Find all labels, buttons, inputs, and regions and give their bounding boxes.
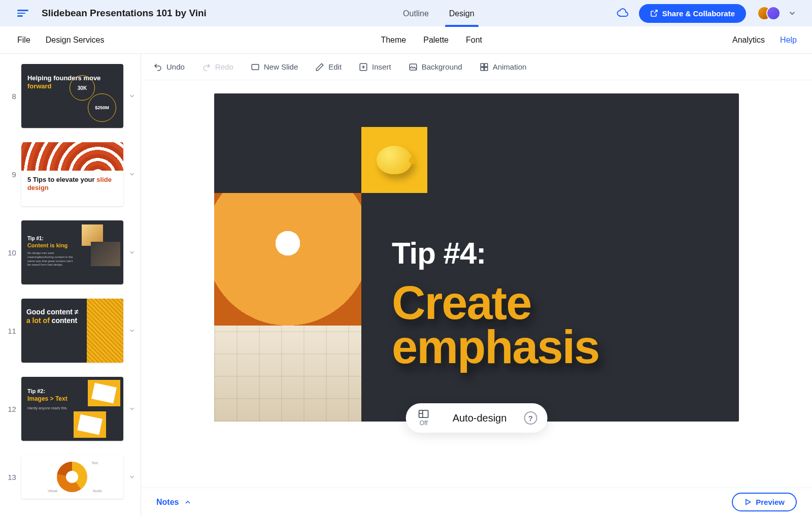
slide-thumb-8[interactable]: 8 Helping founders move forward 30K $250… — [5, 64, 136, 128]
undo-button[interactable]: Undo — [153, 62, 185, 72]
edit-button[interactable]: Edit — [315, 62, 342, 72]
preview-button[interactable]: Preview — [732, 493, 797, 511]
slide-text: Tip #4: Createemphasis — [392, 236, 599, 370]
slide-number: 13 — [5, 473, 16, 481]
canvas-area: Undo Redo New Slide Edit Insert Backgrou… — [141, 54, 812, 516]
auto-design-off[interactable]: Off — [409, 406, 438, 430]
grid-icon — [480, 62, 489, 72]
insert-button[interactable]: Insert — [359, 62, 391, 72]
slide-icon — [251, 62, 260, 72]
menu-help[interactable]: Help — [780, 36, 797, 45]
chevron-down-icon[interactable] — [128, 171, 136, 178]
view-tabs: Outline Design — [403, 2, 475, 25]
slide-thumb-9[interactable]: 9 5 Tips to elevate your slide design — [5, 142, 136, 206]
plus-square-icon — [359, 62, 368, 72]
svg-rect-3 — [481, 63, 484, 67]
auto-design-button[interactable]: Auto-design — [438, 407, 521, 429]
chevron-down-icon[interactable] — [128, 327, 136, 334]
slide-number: 11 — [5, 327, 16, 335]
menu-icon[interactable] — [17, 10, 28, 17]
pencil-icon — [315, 62, 324, 72]
slide-number: 10 — [5, 248, 16, 257]
chevron-down-icon[interactable] — [128, 473, 136, 480]
menu-font[interactable]: Font — [466, 36, 482, 45]
help-icon[interactable]: ? — [524, 411, 537, 425]
slide-toolbar: Undo Redo New Slide Edit Insert Backgrou… — [141, 54, 812, 80]
chevron-down-icon[interactable] — [128, 249, 136, 256]
share-button[interactable]: Share & Collaborate — [639, 4, 746, 23]
chevron-down-icon[interactable] — [128, 92, 136, 100]
slide-thumb-10[interactable]: 10 Tip #1: Content is king No design can… — [5, 220, 136, 284]
image-icon — [409, 62, 418, 72]
menu-analytics[interactable]: Analytics — [732, 36, 765, 45]
svg-rect-5 — [481, 67, 484, 70]
chevron-down-icon[interactable] — [128, 405, 136, 412]
slide-heading: Tip #4: — [392, 236, 599, 271]
external-link-icon — [650, 9, 658, 17]
play-icon — [744, 498, 752, 506]
bottom-bar: Notes Preview — [141, 488, 812, 516]
menu-theme[interactable]: Theme — [381, 36, 406, 45]
notes-button[interactable]: Notes — [156, 498, 192, 507]
slide-thumb-13[interactable]: 13 Text Visual Audio — [5, 455, 136, 499]
new-slide-button[interactable]: New Slide — [251, 62, 298, 72]
header-dropdown-icon[interactable] — [788, 9, 797, 18]
menu-palette[interactable]: Palette — [423, 36, 449, 45]
main: 8 Helping founders move forward 30K $250… — [0, 54, 812, 516]
slide-image-lemon — [361, 127, 427, 193]
current-slide[interactable]: Tip #4: Createemphasis — [214, 93, 739, 422]
layout-icon — [418, 409, 429, 418]
chevron-up-icon — [184, 498, 192, 506]
slide-number: 9 — [5, 170, 16, 179]
cloud-sync-icon[interactable] — [617, 8, 629, 18]
svg-rect-0 — [252, 64, 259, 70]
slide-thumb-12[interactable]: 12 Tip #2: Images > Text Hardly anyone r… — [5, 377, 136, 441]
tab-outline[interactable]: Outline — [403, 2, 429, 25]
slide-thumb-11[interactable]: 11 Good content ≠ a lot of content — [5, 299, 136, 363]
svg-rect-6 — [484, 67, 487, 70]
header-top: Slidebean Presentations 101 by Vini Outl… — [0, 0, 812, 26]
slide-thumbnails-panel[interactable]: 8 Helping founders move forward 30K $250… — [0, 54, 141, 516]
avatar — [766, 6, 781, 20]
background-button[interactable]: Background — [409, 62, 462, 72]
slide-stage: Tip #4: Createemphasis Off Auto-design ? — [141, 80, 812, 488]
share-label: Share & Collaborate — [662, 9, 735, 18]
undo-icon — [153, 62, 162, 72]
menu-file[interactable]: File — [17, 36, 30, 45]
document-title: Slidebean Presentations 101 by Vini — [42, 8, 207, 19]
slide-number: 8 — [5, 92, 16, 101]
menu-design-services[interactable]: Design Services — [46, 36, 105, 45]
svg-rect-4 — [484, 63, 487, 67]
collaborator-avatars[interactable] — [757, 6, 781, 20]
redo-button[interactable]: Redo — [202, 62, 233, 72]
redo-icon — [202, 62, 211, 72]
auto-design-control: Off Auto-design ? — [406, 403, 548, 433]
header-second: File Design Services Theme Palette Font … — [0, 26, 812, 54]
animation-button[interactable]: Animation — [480, 62, 527, 72]
slide-image-tunnel — [214, 193, 361, 422]
tab-design[interactable]: Design — [449, 2, 475, 25]
slide-number: 12 — [5, 405, 16, 413]
